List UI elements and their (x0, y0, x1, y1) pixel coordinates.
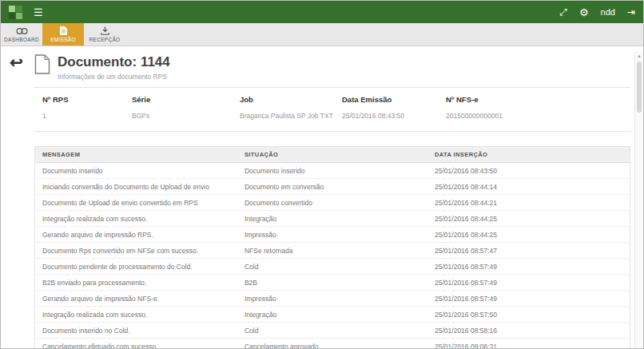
table-cell: B2B (237, 275, 427, 291)
history-table-body: Documento inseridoDocumento inserido25/0… (35, 163, 630, 349)
table-cell: Cancelamento aprovado (237, 339, 427, 349)
table-cell: Documento pendente de processamento do C… (35, 259, 237, 275)
scrollbar[interactable]: ▲ (634, 51, 643, 349)
tab-emissao[interactable]: EMISSÃO (42, 23, 84, 46)
field-label: Data Emissão (342, 95, 446, 104)
tab-recepcao[interactable]: RECEPÇÃO (84, 23, 125, 46)
document-field: Data Emissão25/01/2016 08:43:50 (342, 95, 446, 120)
column-header-mensagem[interactable]: MENSAGEM (35, 147, 237, 163)
table-cell: Documento Rps convertido em NFSe com suc… (35, 243, 237, 259)
field-value: 201500000000001 (446, 112, 622, 120)
table-cell: 25/01/2016 08:57:49 (427, 291, 630, 307)
table-cell: 25/01/2016 09:06:31 (427, 339, 630, 349)
app-window: ☰ ⤢ ⚙ ndd ⇥ DASHBOARD EMISSÃO RECEPÇÃO (0, 0, 644, 349)
table-cell: Documento convertido (237, 195, 427, 211)
table-cell: 25/01/2016 08:57:49 (427, 259, 630, 275)
tab-dashboard[interactable]: DASHBOARD (1, 23, 42, 46)
table-cell: 25/01/2016 08:57:49 (427, 275, 630, 291)
download-icon (101, 26, 109, 35)
table-cell: Documento inserido (35, 163, 237, 179)
table-row[interactable]: Gerando arquivo de impressão NFS-e.Impre… (35, 291, 630, 307)
back-button[interactable]: ↩ (10, 53, 23, 72)
table-cell: B2B enviado para processamento. (35, 275, 237, 291)
document-titles: Documento: 1144 Informações de um docume… (58, 54, 170, 81)
page-subtitle: Informações de um documento RPS (58, 73, 170, 81)
tabbar: DASHBOARD EMISSÃO RECEPÇÃO (1, 23, 643, 46)
user-label: ndd (601, 7, 615, 17)
table-cell: Integração (237, 211, 427, 227)
table-cell: 25/01/2016 08:44:14 (427, 179, 630, 195)
document-field: Nº RPS1 (42, 95, 132, 120)
table-cell: 25/01/2016 08:44:25 (427, 211, 630, 227)
page-title: Documento: 1144 (58, 54, 170, 70)
field-value: BGPx (132, 112, 240, 120)
table-cell: Gerando arquivo de impressão RPS. (35, 227, 237, 243)
tab-label: EMISSÃO (50, 37, 76, 42)
tab-label: DASHBOARD (4, 37, 39, 42)
column-header-data-insercao[interactable]: DATA INSERÇÃO (427, 147, 630, 163)
table-cell: Impressão (237, 227, 427, 243)
table-cell: Cancelamento efetuado com sucesso (35, 339, 237, 349)
divider (34, 131, 630, 132)
logo-square (16, 6, 22, 12)
table-cell: NFSe retornada (237, 243, 427, 259)
field-value: 1 (42, 112, 132, 120)
table-cell: Integração realizada com sucesso. (35, 307, 237, 323)
table-cell: 25/01/2016 08:44:21 (427, 195, 630, 211)
table-cell: Integração (237, 307, 427, 323)
settings-icon[interactable]: ⚙ (579, 7, 589, 18)
document-field: Nº NFS-e201500000000001 (446, 95, 622, 120)
table-row[interactable]: Integração realizada com sucesso.Integra… (35, 307, 630, 323)
menu-icon[interactable]: ☰ (34, 7, 43, 18)
table-cell: 25/01/2016 08:58:16 (427, 323, 630, 339)
document-icon (34, 54, 50, 77)
document-fields: Nº RPS1SérieBGPxJobBraganca Paulista SP … (34, 88, 630, 125)
table-row[interactable]: B2B enviado para processamento.B2B25/01/… (35, 275, 630, 291)
logout-icon[interactable]: ⇥ (627, 7, 635, 17)
table-cell: Gerando arquivo de impressão NFS-e. (35, 291, 237, 307)
table-row[interactable]: Documento inserido no Cold.Cold25/01/201… (35, 323, 630, 339)
table-cell: Documento inserido no Cold. (35, 323, 237, 339)
field-label: Nº RPS (42, 95, 132, 104)
fullscreen-icon[interactable]: ⤢ (559, 7, 567, 17)
ndd-logo (9, 6, 22, 19)
document-field: SérieBGPx (132, 95, 240, 120)
field-value: 25/01/2016 08:43:50 (342, 112, 446, 120)
table-row[interactable]: Documento Rps convertido em NFSe com suc… (35, 243, 630, 259)
table-cell: Iniciando conversão do Documento de Uplo… (35, 179, 237, 195)
table-cell: Cold (237, 259, 427, 275)
document-tab-icon (60, 26, 67, 35)
dashboard-icon (16, 26, 28, 35)
table-cell: Documento em conversão (237, 179, 427, 195)
scroll-up-icon[interactable]: ▲ (635, 51, 643, 58)
document-header: Documento: 1144 Informações de um docume… (34, 51, 630, 81)
field-value: Braganca Paulista SP Job TXT (240, 112, 342, 120)
logo-square (16, 13, 22, 19)
table-cell: Integração realizada com sucesso. (35, 211, 237, 227)
table-row[interactable]: Documento inseridoDocumento inserido25/0… (35, 163, 630, 179)
field-label: Job (240, 95, 342, 104)
document-panel: Documento: 1144 Informações de um docume… (34, 51, 630, 349)
table-cell: 25/01/2016 08:57:47 (427, 243, 630, 259)
logo-square (9, 6, 15, 12)
table-cell: 25/01/2016 08:57:50 (427, 307, 630, 323)
topbar-actions: ⤢ ⚙ ndd ⇥ (559, 7, 635, 18)
scrollbar-thumb[interactable] (637, 61, 642, 113)
table-row[interactable]: Integração realizada com sucesso.Integra… (35, 211, 630, 227)
field-label: Série (132, 95, 240, 104)
column-header-situacao[interactable]: SITUAÇÃO (237, 147, 427, 163)
table-cell: Impressão (237, 291, 427, 307)
table-cell: 25/01/2016 08:43:50 (427, 163, 630, 179)
document-field: JobBraganca Paulista SP Job TXT (240, 95, 342, 120)
table-header-row: MENSAGEM SITUAÇÃO DATA INSERÇÃO (35, 147, 630, 163)
field-label: Nº NFS-e (446, 95, 622, 104)
table-cell: Documento inserido (237, 163, 427, 179)
table-row[interactable]: Gerando arquivo de impressão RPS.Impress… (35, 227, 630, 243)
table-cell: Documento de Upload de envio convertido … (35, 195, 237, 211)
table-row[interactable]: Documento pendente de processamento do C… (35, 259, 630, 275)
table-row[interactable]: Cancelamento efetuado com sucessoCancela… (35, 339, 630, 349)
logo-square (9, 13, 15, 19)
tab-label: RECEPÇÃO (89, 37, 121, 42)
table-row[interactable]: Iniciando conversão do Documento de Uplo… (35, 179, 630, 195)
table-row[interactable]: Documento de Upload de envio convertido … (35, 195, 630, 211)
